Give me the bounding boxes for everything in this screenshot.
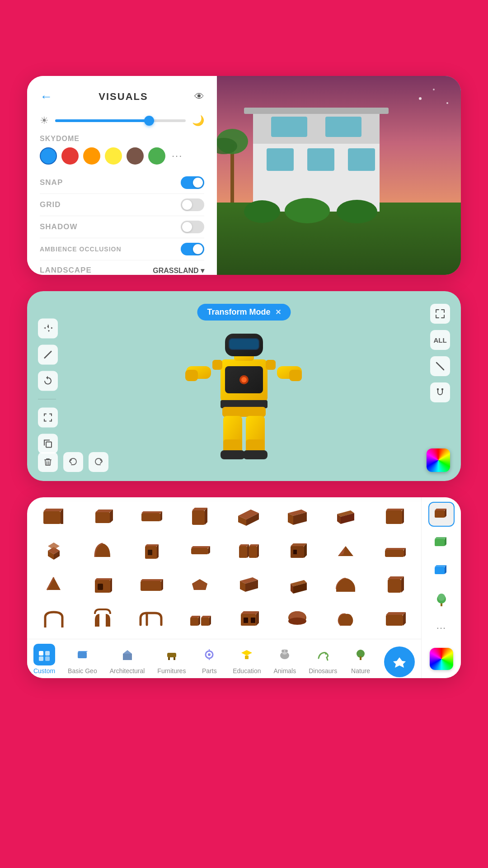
- list-item[interactable]: [225, 502, 272, 533]
- list-item[interactable]: [31, 603, 77, 634]
- cat-dinosaurs[interactable]: Dinosaurs: [309, 644, 337, 675]
- sidebar-more-icon[interactable]: ···: [428, 616, 455, 641]
- block-selector-card: Custom Basic Geo Architectural Furniture…: [27, 497, 461, 678]
- svg-rect-4: [267, 148, 294, 171]
- redo-button[interactable]: [89, 452, 108, 472]
- list-item[interactable]: [128, 502, 174, 533]
- list-item[interactable]: [177, 603, 223, 634]
- svg-point-14: [285, 198, 330, 223]
- list-item[interactable]: [274, 536, 320, 567]
- cat-education[interactable]: Education: [233, 644, 261, 675]
- left-toolbar: [38, 319, 58, 454]
- list-item[interactable]: [323, 570, 369, 601]
- list-item[interactable]: [274, 502, 320, 533]
- list-item[interactable]: [31, 570, 77, 601]
- list-item[interactable]: [371, 502, 418, 533]
- fullscreen-tool[interactable]: [430, 304, 450, 324]
- color-green[interactable]: [148, 147, 165, 165]
- color-blue[interactable]: [40, 147, 57, 165]
- cat-parts[interactable]: Parts: [198, 644, 220, 675]
- cat-architectural[interactable]: Architectural: [110, 644, 145, 675]
- list-item[interactable]: [31, 502, 77, 533]
- svg-rect-131: [386, 615, 403, 626]
- svg-rect-138: [78, 652, 87, 658]
- list-item[interactable]: [80, 570, 126, 601]
- list-item[interactable]: [128, 536, 174, 567]
- move-tool[interactable]: [38, 319, 58, 339]
- cat-basic[interactable]: Basic Geo: [68, 644, 97, 675]
- list-item[interactable]: [323, 603, 369, 634]
- color-wheel-button[interactable]: [427, 448, 450, 472]
- cat-animals[interactable]: Animals: [273, 644, 296, 675]
- more-colors-icon[interactable]: ···: [172, 150, 183, 162]
- list-item[interactable]: [128, 603, 174, 634]
- all-label[interactable]: ALL: [430, 330, 450, 350]
- transform-close-button[interactable]: ✕: [275, 308, 281, 316]
- color-red[interactable]: [61, 147, 79, 165]
- rotate-tool[interactable]: [38, 371, 58, 391]
- delete-button[interactable]: [38, 452, 58, 472]
- svg-point-130: [288, 618, 306, 625]
- color-orange[interactable]: [83, 147, 100, 165]
- sidebar-tree-icon[interactable]: [428, 587, 455, 612]
- scale-tool[interactable]: [38, 408, 58, 428]
- list-item[interactable]: [80, 536, 126, 567]
- more-options-dots: ···: [436, 622, 446, 634]
- grid-toggle[interactable]: [181, 198, 204, 211]
- list-item[interactable]: [128, 570, 174, 601]
- list-item[interactable]: [225, 603, 272, 634]
- list-item[interactable]: [80, 502, 126, 533]
- list-item[interactable]: [323, 536, 369, 567]
- svg-marker-75: [157, 544, 159, 559]
- svg-point-13: [244, 200, 280, 223]
- list-item[interactable]: [371, 603, 418, 634]
- cat-nature[interactable]: Nature: [350, 644, 371, 675]
- list-item[interactable]: [225, 570, 272, 601]
- list-item[interactable]: [371, 570, 418, 601]
- list-item[interactable]: [177, 502, 223, 533]
- cat-custom[interactable]: Custom: [33, 644, 55, 675]
- list-item[interactable]: [80, 603, 126, 634]
- snap-label: SNAP: [40, 178, 63, 187]
- list-item[interactable]: [177, 570, 223, 601]
- ambience-toggle[interactable]: [181, 243, 204, 255]
- snap-row: SNAP: [40, 172, 204, 194]
- back-button[interactable]: ←: [40, 90, 52, 104]
- copy-tool[interactable]: [38, 434, 58, 454]
- brightness-slider[interactable]: [55, 119, 186, 122]
- cat-nature-label: Nature: [351, 667, 370, 675]
- list-item[interactable]: [177, 536, 223, 567]
- list-item[interactable]: [323, 502, 369, 533]
- svg-rect-39: [212, 360, 222, 370]
- landscape-value[interactable]: GRASSLAND ▾: [153, 266, 204, 275]
- magnet-tool[interactable]: [430, 382, 450, 402]
- sidebar-brick-icon[interactable]: [428, 502, 455, 527]
- snap-toggle[interactable]: [181, 176, 204, 189]
- svg-rect-5: [307, 148, 334, 171]
- color-brown[interactable]: [127, 147, 144, 165]
- ambience-label: AMBIENCE OCCLUSION: [40, 245, 122, 253]
- moon-icon: 🌙: [192, 115, 204, 127]
- basic-geo-icon: [71, 644, 93, 665]
- shadow-toggle[interactable]: [181, 221, 204, 233]
- fab-button[interactable]: [384, 646, 415, 677]
- sidebar-blue-icon[interactable]: [428, 559, 455, 584]
- svg-point-16: [419, 97, 422, 100]
- svg-marker-132: [386, 612, 406, 615]
- list-item[interactable]: [371, 536, 418, 567]
- select-tool[interactable]: [38, 345, 58, 365]
- list-item[interactable]: [274, 603, 320, 634]
- svg-rect-33: [221, 450, 245, 459]
- color-yellow[interactable]: [105, 147, 122, 165]
- svg-rect-51: [141, 513, 160, 521]
- color-picker-button[interactable]: [430, 648, 453, 670]
- cat-furnitures[interactable]: Furnitures: [157, 644, 186, 675]
- list-item[interactable]: [274, 570, 320, 601]
- cat-dinosaurs-label: Dinosaurs: [309, 667, 337, 675]
- sidebar-green-icon[interactable]: [428, 530, 455, 555]
- deselect-tool[interactable]: [430, 356, 450, 376]
- list-item[interactable]: [225, 536, 272, 567]
- transform-card: Transform Mode ✕: [27, 291, 461, 481]
- list-item[interactable]: [31, 536, 77, 567]
- undo-button[interactable]: [63, 452, 83, 472]
